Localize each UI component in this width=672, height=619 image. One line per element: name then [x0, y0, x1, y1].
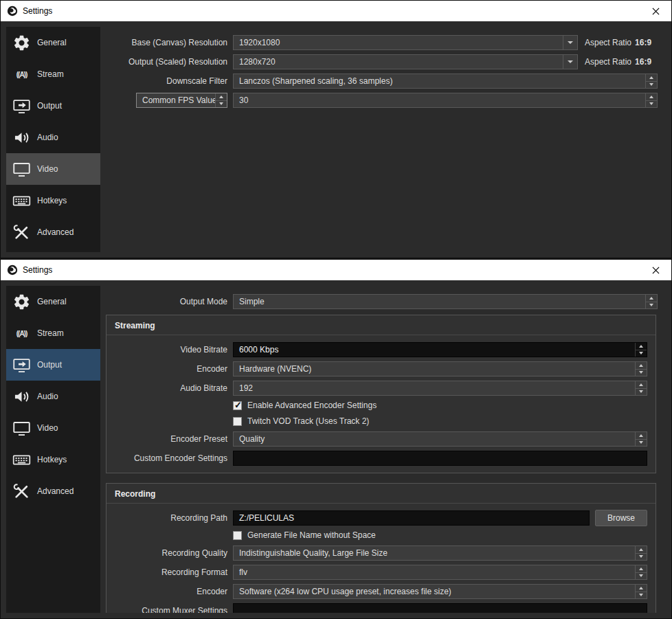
advanced-encoder-settings-checkbox[interactable]: [233, 401, 242, 410]
sidebar-item-video[interactable]: Video: [6, 153, 100, 185]
recording-format-combobox[interactable]: flv: [233, 565, 647, 580]
recording-encoder-combobox[interactable]: Software (x264 low CPU usage preset, inc…: [233, 584, 647, 599]
monitor-icon: [12, 419, 31, 438]
custom-encoder-settings-input[interactable]: [233, 451, 647, 466]
video-bitrate-input[interactable]: 6000 Kbps: [233, 342, 647, 357]
spinner-up-icon[interactable]: [636, 565, 647, 572]
spinner[interactable]: [645, 93, 657, 107]
sidebar-item-output[interactable]: Output: [6, 349, 100, 381]
downscale-filter-row: Downscale Filter Lanczos (Sharpened scal…: [106, 74, 658, 89]
streaming-encoder-combobox[interactable]: Hardware (NVENC): [233, 361, 647, 376]
spinner-down-icon[interactable]: [646, 302, 657, 309]
sidebar-item-output[interactable]: Output: [6, 90, 100, 122]
sidebar-item-stream[interactable]: ((A)) Stream: [6, 58, 100, 90]
obs-logo-icon: [7, 5, 18, 16]
browse-button[interactable]: Browse: [595, 510, 647, 526]
output-mode-label: Output Mode: [106, 297, 227, 306]
twitch-vod-track-checkbox[interactable]: [233, 417, 242, 426]
spinner-down-icon[interactable]: [636, 572, 647, 580]
recording-path-label: Recording Path: [115, 513, 227, 523]
spinner[interactable]: [645, 74, 657, 88]
aspect-ratio-text: Aspect Ratio16:9: [585, 57, 658, 67]
spinner-down-icon[interactable]: [636, 388, 647, 396]
spinner-up-icon[interactable]: [636, 381, 647, 388]
spinner-down-icon[interactable]: [636, 369, 647, 376]
downscale-filter-label: Downscale Filter: [106, 76, 227, 86]
aspect-ratio-label: Aspect Ratio: [585, 57, 631, 67]
spinner[interactable]: [635, 343, 647, 357]
spinner-down-icon[interactable]: [636, 592, 647, 599]
spinner[interactable]: [635, 585, 647, 598]
close-button[interactable]: [640, 260, 671, 280]
spinner[interactable]: [635, 546, 647, 560]
fps-value: 30: [234, 95, 645, 105]
spinner-down-icon[interactable]: [216, 100, 227, 108]
sidebar-item-advanced[interactable]: Advanced: [6, 475, 100, 507]
sidebar-item-general[interactable]: General: [6, 27, 100, 58]
output-resolution-combobox[interactable]: 1280x720: [233, 54, 578, 69]
spinner[interactable]: [645, 295, 657, 308]
sidebar-item-label: Stream: [37, 69, 64, 79]
output-resolution-value: 1280x720: [234, 57, 563, 67]
spinner-up-icon[interactable]: [216, 93, 227, 100]
sidebar-item-hotkeys[interactable]: Hotkeys: [6, 185, 100, 216]
monitor-arrow-icon: [12, 356, 31, 374]
spinner-up-icon[interactable]: [636, 343, 647, 350]
spinner-down-icon[interactable]: [646, 100, 657, 108]
spinner-up-icon[interactable]: [636, 362, 647, 369]
recording-encoder-value: Software (x264 low CPU usage preset, inc…: [234, 587, 635, 596]
downscale-filter-combobox[interactable]: Lanczos (Sharpened scaling, 36 samples): [233, 74, 658, 89]
fps-value-combobox[interactable]: 30: [233, 93, 658, 108]
spinner[interactable]: [635, 362, 647, 376]
generate-filename-checkbox-label: Generate File Name without Space: [247, 530, 376, 540]
sidebar-item-video[interactable]: Video: [6, 412, 100, 444]
recording-format-value: flv: [234, 567, 635, 577]
custom-encoder-settings-row: Custom Encoder Settings: [115, 451, 647, 466]
encoder-preset-value: Quality: [234, 434, 635, 444]
encoder-preset-combobox[interactable]: Quality: [233, 431, 647, 447]
output-settings-panel: Output Mode Simple Streaming Video Bitra…: [100, 286, 666, 613]
sidebar-item-general[interactable]: General: [6, 286, 100, 317]
recording-format-row: Recording Format flv: [115, 565, 647, 580]
sidebar-item-audio[interactable]: Audio: [6, 381, 100, 412]
spinner[interactable]: [635, 381, 647, 395]
streaming-encoder-row: Encoder Hardware (NVENC): [115, 361, 647, 376]
spinner-down-icon[interactable]: [646, 81, 657, 89]
sidebar-item-advanced[interactable]: Advanced: [6, 216, 100, 248]
generate-filename-checkbox[interactable]: [233, 531, 242, 540]
audio-bitrate-combobox[interactable]: 192: [233, 381, 647, 396]
spinner-up-icon[interactable]: [636, 585, 647, 592]
streaming-encoder-value: Hardware (NVENC): [234, 364, 635, 374]
audio-bitrate-row: Audio Bitrate 192: [115, 381, 647, 396]
sidebar-item-audio[interactable]: Audio: [6, 122, 100, 153]
custom-muxer-settings-input[interactable]: [233, 603, 647, 613]
spinner-down-icon[interactable]: [636, 553, 647, 561]
sidebar-item-hotkeys[interactable]: Hotkeys: [6, 444, 100, 475]
spinner-up-icon[interactable]: [636, 546, 647, 553]
spinner-down-icon[interactable]: [636, 439, 647, 447]
recording-quality-combobox[interactable]: Indistinguishable Quality, Large File Si…: [233, 545, 647, 561]
spinner[interactable]: [635, 565, 647, 579]
spinner[interactable]: [215, 93, 227, 107]
close-button[interactable]: [640, 1, 671, 21]
spinner-up-icon[interactable]: [646, 74, 657, 81]
chevron-down-icon[interactable]: [563, 36, 577, 49]
fps-type-combobox[interactable]: Common FPS Values: [136, 93, 227, 108]
settings-window-output: Settings General ((A)) Stream Output Aud: [0, 259, 672, 619]
spinner-up-icon[interactable]: [646, 93, 657, 100]
spinner[interactable]: [635, 432, 647, 446]
base-resolution-combobox[interactable]: 1920x1080: [233, 35, 578, 50]
keyboard-icon: [12, 192, 31, 210]
generate-filename-row: Generate File Name without Space: [233, 530, 647, 541]
gear-icon: [12, 34, 31, 52]
twitch-vod-track-row: Twitch VOD Track (Uses Track 2): [233, 416, 647, 427]
recording-path-input[interactable]: Z:/PELICULAS: [233, 510, 590, 526]
sidebar-item-label: General: [37, 38, 67, 47]
spinner-up-icon[interactable]: [636, 432, 647, 439]
chevron-down-icon[interactable]: [563, 55, 577, 69]
sidebar-item-stream[interactable]: ((A)) Stream: [6, 317, 100, 349]
output-mode-combobox[interactable]: Simple: [233, 294, 658, 309]
spinner-down-icon[interactable]: [636, 350, 647, 357]
audio-bitrate-value: 192: [234, 383, 635, 393]
spinner-up-icon[interactable]: [646, 295, 657, 302]
